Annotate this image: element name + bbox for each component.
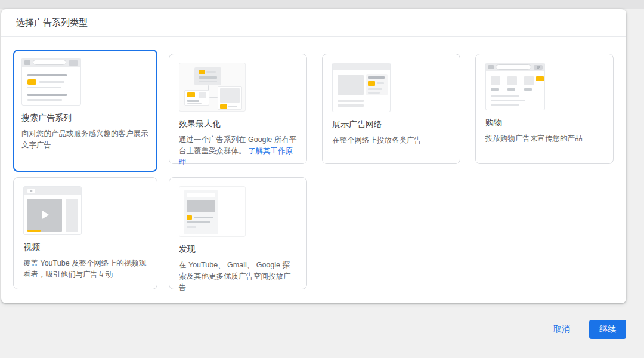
placeholder-block: [199, 92, 206, 98]
logo-placeholder: [488, 65, 494, 69]
card-shopping[interactable]: 购物 投放购物广告来宣传您的产品: [475, 54, 614, 164]
placeholder-line: [524, 88, 532, 91]
card-performance-max[interactable]: 效果最大化 通过一个广告系列在 Google 所有平台上覆盖受众群体。 了解其工…: [169, 54, 307, 164]
search-campaign-illustration: [21, 58, 81, 106]
placeholder-line: [199, 76, 217, 79]
connector-line: [209, 97, 218, 98]
dialog-footer: 取消 继续: [553, 320, 626, 339]
placeholder-line: [206, 71, 216, 73]
continue-button[interactable]: 继续: [589, 320, 626, 339]
dialog-title: 选择广告系列类型: [16, 17, 88, 29]
placeholder-line: [491, 88, 499, 91]
shopping-illustration: [485, 63, 545, 110]
discovery-illustration: [179, 186, 246, 237]
placeholder-line: [194, 217, 213, 218]
card-title: 发现: [179, 244, 297, 255]
placeholder-line: [368, 76, 385, 79]
ad-badge: [368, 81, 375, 86]
placeholder-line: [187, 221, 210, 223]
ad-badge: [187, 92, 195, 97]
placeholder-line: [491, 104, 519, 106]
placeholder-line: [27, 94, 67, 96]
dialog-header: 选择广告系列类型: [1, 9, 626, 37]
placeholder-line: [368, 92, 380, 94]
card-description: 在整个网络上投放各类广告: [332, 135, 450, 146]
card-description: 向对您的产品或服务感兴趣的客户展示文字广告: [21, 128, 149, 151]
card-discovery[interactable]: 发现 在 YouTube、 Gmail、 Google 探索及其他更多优质广告空…: [169, 177, 307, 289]
placeholder-line: [187, 103, 202, 104]
cancel-button[interactable]: 取消: [553, 324, 570, 335]
placeholder-line: [27, 87, 61, 88]
placeholder-block: [220, 88, 240, 103]
ad-badge: [27, 79, 36, 85]
placeholder-line: [187, 226, 196, 228]
performance-max-illustration: [179, 63, 246, 112]
placeholder-line: [491, 95, 519, 97]
placeholder-image: [187, 200, 215, 212]
search-magnifier-icon: [537, 66, 540, 69]
placeholder-line: [507, 88, 515, 91]
logo-placeholder: [24, 60, 30, 65]
card-search-campaign[interactable]: 搜索广告系列 向对您的产品或服务感兴趣的客户展示文字广告: [13, 50, 157, 172]
placeholder-bar: [187, 193, 215, 197]
card-description: 覆盖 YouTube 及整个网络上的视频观看者，吸引他们与广告互动: [23, 258, 147, 280]
placeholder-line: [27, 99, 62, 101]
ad-badge: [199, 70, 205, 74]
placeholder-line: [228, 106, 237, 107]
ad-badge: [536, 76, 544, 81]
sidebar-placeholder: [66, 199, 78, 232]
card-title: 购物: [485, 118, 603, 128]
card-description: 投放购物广告来宣传您的产品: [485, 133, 603, 144]
placeholder-line: [377, 82, 384, 84]
search-button-placeholder: [69, 60, 78, 66]
play-icon: [42, 211, 49, 219]
placeholder-line: [187, 100, 199, 102]
product-tile: [491, 76, 500, 85]
play-icon: [30, 190, 33, 192]
placeholder-line: [338, 100, 364, 102]
search-input-placeholder: [496, 64, 531, 70]
card-title: 效果最大化: [179, 119, 297, 129]
card-title: 搜索广告系列: [21, 113, 149, 124]
placeholder-line: [338, 104, 364, 107]
placeholder-line: [491, 100, 525, 101]
backdrop-top-strip: [0, 0, 644, 9]
card-description: 通过一个广告系列在 Google 所有平台上覆盖受众群体。 了解其工作原理: [179, 134, 297, 168]
progress-bar: [27, 230, 41, 232]
placeholder-image: [338, 75, 364, 95]
ad-badge: [220, 104, 227, 109]
placeholder-line: [39, 81, 64, 83]
ad-badge: [187, 215, 192, 220]
placeholder-line: [27, 74, 67, 76]
card-title: 展示广告网络: [332, 119, 450, 130]
product-tile: [507, 76, 517, 85]
placeholder-line: [368, 88, 382, 90]
placeholder-line: [199, 81, 217, 82]
card-video[interactable]: 视频 覆盖 YouTube 及整个网络上的视频观看者，吸引他们与广告互动: [13, 177, 157, 289]
product-tile: [524, 76, 534, 85]
browser-header-bar: [333, 63, 390, 70]
campaign-type-dialog: 选择广告系列类型 搜索广告系列 向对您的产品或服务感兴趣的客户展示文字广告: [1, 9, 626, 303]
card-description: 在 YouTube、 Gmail、 Google 探索及其他更多优质广告空间投放…: [179, 260, 297, 294]
card-title: 视频: [23, 242, 147, 253]
search-input-placeholder: [33, 60, 66, 65]
card-display-network[interactable]: 展示广告网络 在整个网络上投放各类广告: [322, 54, 460, 164]
connector-line: [208, 85, 209, 90]
display-network-illustration: [332, 63, 391, 112]
video-illustration: [23, 186, 82, 235]
